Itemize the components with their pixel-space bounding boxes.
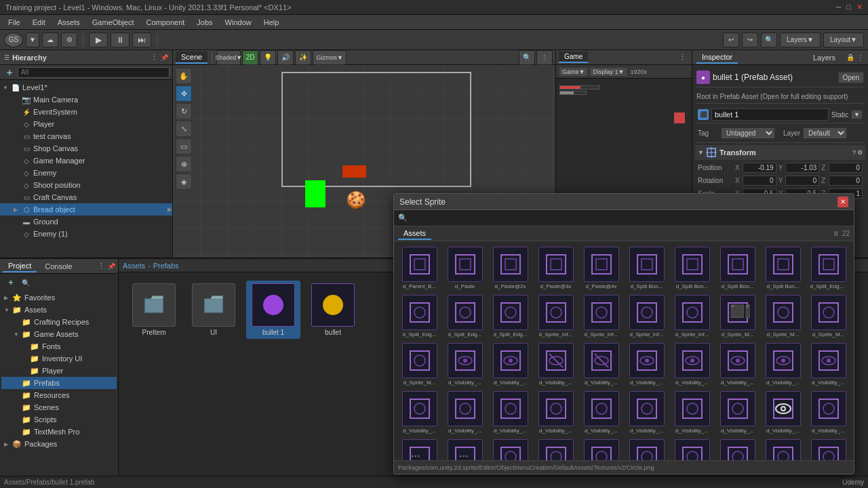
undo-icon[interactable]: ↩ bbox=[723, 33, 739, 47]
sprite-r3-7[interactable]: d_Visibility_... bbox=[671, 342, 713, 387]
rot-x-input[interactable] bbox=[743, 176, 776, 186]
sprite-d-paste-3x[interactable]: d_Paste@3x bbox=[534, 245, 577, 291]
tree-item-eventsystem[interactable]: ▶ ⚡ EventSystem bbox=[0, 106, 172, 118]
sprite-r2-10[interactable]: d_Sprite_M... bbox=[807, 293, 850, 339]
inspector-tab[interactable]: Inspector bbox=[696, 52, 738, 64]
sprite-r2-2[interactable]: d_Split_Edg... bbox=[443, 293, 486, 339]
sprite-r5-2[interactable]: ⋯ d_Visibility_... bbox=[443, 438, 486, 460]
proj-favorites[interactable]: ▶ ⭐ Favorites bbox=[1, 291, 117, 304]
hierarchy-search[interactable] bbox=[18, 67, 170, 78]
settings-icon[interactable]: ⚙ bbox=[61, 33, 77, 47]
transform-header[interactable]: ▼ Transform ? ⚙ bbox=[695, 145, 865, 160]
gizmos-btn[interactable]: Gizmos▼ bbox=[313, 50, 347, 65]
account-badge[interactable]: ▼ bbox=[26, 33, 39, 47]
sprite-r4-3[interactable]: d_Visibility_... bbox=[489, 390, 532, 435]
tab-scene[interactable]: Scene bbox=[176, 52, 208, 64]
sprite-r4-7[interactable]: d_Visibility_... bbox=[671, 390, 713, 435]
search-icon[interactable]: 🔍 bbox=[761, 33, 777, 47]
sprite-r5-4[interactable]: d_Visibility_... bbox=[534, 438, 577, 460]
tree-item-level1[interactable]: ▼ 📄 Level1* bbox=[0, 81, 172, 94]
sprite-r4-1[interactable]: d_Visibility_... bbox=[398, 390, 441, 435]
asset-ui[interactable]: UI bbox=[186, 281, 241, 339]
layers-tab[interactable]: Layers bbox=[808, 52, 841, 63]
rect-tool[interactable]: ▭ bbox=[176, 138, 192, 155]
tree-item-craft-canvas[interactable]: ▶ ▭ Craft Canvas bbox=[0, 191, 172, 203]
breadcrumb-link-prefabs[interactable]: Prefabs bbox=[153, 262, 179, 270]
sprite-r2-5[interactable]: d_Sprite_Inf... bbox=[580, 293, 623, 339]
sprite-r3-1[interactable]: d_Sprite_M... bbox=[398, 342, 441, 387]
sprite-d-paste[interactable]: d_Paste bbox=[443, 245, 486, 291]
breadcrumb-link-assets[interactable]: Assets bbox=[123, 262, 145, 270]
tree-item-game-manager[interactable]: ▶ ◇ Game Manager bbox=[0, 155, 172, 167]
pos-z-input[interactable] bbox=[829, 163, 863, 173]
sprite-r4-9-eye[interactable]: d_Visibility_... bbox=[762, 390, 804, 435]
sprite-r2-4[interactable]: d_Sprite_Inf... bbox=[534, 293, 577, 339]
close-btn[interactable]: ✕ bbox=[856, 3, 863, 12]
menu-window[interactable]: Window bbox=[220, 17, 257, 28]
sprite-r5-10[interactable]: d_Visibility_... bbox=[807, 438, 850, 460]
sprite-r2-1[interactable]: d_Split_Edg... bbox=[398, 293, 441, 339]
menu-assets[interactable]: Assets bbox=[52, 17, 85, 28]
game-dropdown[interactable]: Game▼ bbox=[559, 67, 588, 77]
sprite-r3-6[interactable]: d_Visibility_... bbox=[625, 342, 668, 387]
component-name-input[interactable] bbox=[711, 108, 829, 121]
tab-project[interactable]: Project bbox=[3, 260, 37, 272]
sprite-r4-5[interactable]: d_Visibility_... bbox=[580, 390, 623, 435]
proj-prefabs[interactable]: ▶ 📁 Prefabs bbox=[1, 377, 117, 389]
transform-help-icon[interactable]: ? bbox=[852, 149, 856, 156]
search-scene-btn[interactable]: 🔍 bbox=[519, 50, 535, 65]
sprite-r3-8[interactable]: d_Visibility_... bbox=[716, 342, 759, 387]
proj-fonts[interactable]: ▶ 📁 Fonts bbox=[1, 340, 117, 352]
inspector-lock-icon[interactable]: 🔒 bbox=[846, 54, 854, 61]
project-more-btn[interactable]: ⋮ bbox=[98, 262, 105, 270]
sprite-r2-7[interactable]: d_Sprite_Inf... bbox=[671, 293, 713, 339]
sprite-r2-6[interactable]: d_Sprite_Inf... bbox=[625, 293, 668, 339]
hand-tool[interactable]: ✋ bbox=[176, 68, 192, 84]
sprite-r4-8[interactable]: d_Visibility_... bbox=[716, 390, 759, 435]
tab-game[interactable]: Game bbox=[559, 52, 588, 63]
green-object[interactable] bbox=[305, 180, 326, 207]
static-dropdown[interactable]: ▼ bbox=[851, 110, 863, 119]
scale-tool[interactable]: ⤡ bbox=[176, 121, 192, 137]
sprite-d-split-edge[interactable]: d_Split_Edge... bbox=[807, 245, 850, 291]
tree-item-enemy[interactable]: ▶ ◇ Enemy bbox=[0, 167, 172, 179]
project-pin-btn[interactable]: 📌 bbox=[108, 263, 115, 270]
proj-packages[interactable]: ▶ 📦 Packages bbox=[1, 438, 117, 450]
tree-item-player[interactable]: ▶ ◇ Player bbox=[0, 118, 172, 130]
proj-assets[interactable]: ▼ 📁 Assets bbox=[1, 304, 117, 316]
open-prefab-btn[interactable]: Open bbox=[838, 72, 864, 83]
layer-select[interactable]: Default bbox=[803, 127, 847, 139]
hierarchy-more-icon[interactable]: ⋮ bbox=[151, 53, 158, 62]
proj-scenes[interactable]: ▶ 📁 Scenes bbox=[1, 401, 117, 413]
sprite-r3-3[interactable]: d_Visibility_... bbox=[489, 342, 532, 387]
sprite-r4-10[interactable]: d_Visibility_... bbox=[807, 390, 850, 435]
pos-y-input[interactable] bbox=[785, 163, 819, 173]
account-icon[interactable]: GS bbox=[4, 33, 23, 47]
layers-dropdown[interactable]: Layers▼ bbox=[780, 33, 821, 47]
step-button[interactable]: ⏭ bbox=[132, 33, 151, 47]
sprite-r4-4[interactable]: d_Visibility_... bbox=[534, 390, 577, 435]
maximize-btn[interactable]: □ bbox=[846, 3, 851, 12]
move-tool[interactable]: ✥ bbox=[176, 85, 192, 102]
game-more-btn[interactable]: ⋮ bbox=[675, 52, 689, 64]
sprite-r5-5[interactable]: d_Visibility_... bbox=[580, 438, 623, 460]
sprite-d-paste-4x[interactable]: d_Paste@4x bbox=[580, 245, 623, 291]
sprite-r5-1[interactable]: ⋯ d_Visibility_... bbox=[398, 438, 441, 460]
tree-item-bread-object[interactable]: ▶ ⬡ Bread object ▶ bbox=[0, 203, 172, 216]
pos-x-input[interactable] bbox=[743, 163, 776, 173]
play-button[interactable]: ▶ bbox=[89, 33, 108, 47]
transform-settings-icon[interactable]: ⚙ bbox=[857, 149, 863, 156]
hierarchy-pin-icon[interactable]: 📌 bbox=[161, 54, 168, 61]
overlay-close-btn[interactable]: ✕ bbox=[837, 197, 848, 207]
bread-expand-icon[interactable]: ▶ bbox=[167, 206, 172, 213]
inspector-more-icon[interactable]: ⋮ bbox=[857, 54, 864, 61]
sprite-r3-2[interactable]: d_Visibility_... bbox=[443, 342, 486, 387]
shaded-btn[interactable]: Shaded▼ bbox=[216, 50, 241, 65]
proj-scripts[interactable]: ▶ 📁 Scripts bbox=[1, 413, 117, 426]
rot-z-input[interactable] bbox=[829, 176, 863, 186]
sprite-r4-2[interactable]: d_Visibility_... bbox=[443, 390, 486, 435]
tree-item-test-canvas[interactable]: ▶ ▭ test canvas bbox=[0, 130, 172, 142]
sprite-r2-9[interactable]: d_Sprite_M... bbox=[762, 293, 804, 339]
sprite-r4-6[interactable]: d_Visibility_... bbox=[625, 390, 668, 435]
overlay-search-input[interactable] bbox=[410, 214, 850, 222]
